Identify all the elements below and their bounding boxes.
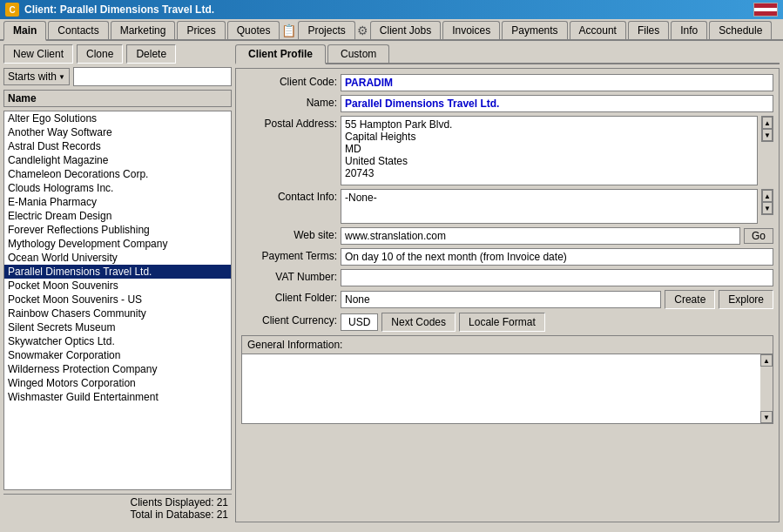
vat-number-row: VAT Number:: [241, 269, 773, 286]
list-item[interactable]: Mythology Development Company: [4, 237, 231, 251]
locale-format-button[interactable]: Locale Format: [459, 313, 545, 332]
general-info-section: General Information: ▲ ▼: [241, 335, 773, 424]
tab-projects[interactable]: Projects: [298, 21, 354, 39]
window-title: Client: Parallel Dimensions Travel Ltd.: [24, 3, 748, 16]
website-field-group: www.stranslation.com Go: [341, 227, 773, 245]
list-item[interactable]: Wishmaster Guild Entertainment: [4, 390, 231, 404]
scroll-down-icon[interactable]: ▼: [762, 129, 773, 141]
tab-schedule[interactable]: Schedule: [709, 21, 772, 39]
list-item[interactable]: Forever Reflections Publishing: [4, 223, 231, 237]
list-item[interactable]: Winged Motors Corporation: [4, 376, 231, 390]
tab-account[interactable]: Account: [570, 21, 626, 39]
scroll-down-icon[interactable]: ▼: [760, 411, 773, 423]
website-row: Web site: www.stranslation.com Go: [241, 227, 773, 245]
tab-prices[interactable]: Prices: [177, 21, 225, 39]
search-input[interactable]: [73, 67, 232, 86]
list-item[interactable]: Candlelight Magazine: [4, 153, 231, 167]
tab-main[interactable]: Main: [3, 21, 46, 41]
list-item[interactable]: Another Way Software: [4, 125, 231, 139]
new-client-button[interactable]: New Client: [3, 44, 73, 64]
total-label: Total in Database:: [131, 508, 214, 521]
currency-row-group: USD Next Codes Locale Format: [341, 313, 545, 332]
list-item[interactable]: Silent Secrets Museum: [4, 320, 231, 334]
titlebar: C Client: Parallel Dimensions Travel Ltd…: [0, 0, 783, 19]
payment-terms-label: Payment Terms:: [241, 248, 337, 262]
client-folder-value[interactable]: None: [341, 291, 661, 308]
toolbar: New Client Clone Delete: [3, 44, 232, 64]
delete-button[interactable]: Delete: [126, 44, 176, 64]
list-item[interactable]: Chameleon Decorations Corp.: [4, 167, 231, 181]
general-info-scrollbar[interactable]: ▲ ▼: [760, 354, 773, 423]
sub-tabs: Client Profile Custom: [235, 44, 780, 64]
list-item[interactable]: Wilderness Protection Company: [4, 362, 231, 376]
tab-client-jobs[interactable]: Client Jobs: [370, 21, 441, 39]
total-count: 21: [217, 508, 228, 521]
tab-invoices[interactable]: Invoices: [442, 21, 500, 39]
create-button[interactable]: Create: [665, 290, 715, 309]
payment-terms-row: Payment Terms: On day 10 of the next mon…: [241, 248, 773, 266]
general-info-header: General Information:: [242, 336, 773, 354]
folder-row-group: None Create Explore: [341, 290, 773, 309]
scroll-up-icon[interactable]: ▲: [762, 117, 773, 129]
list-item[interactable]: Alter Ego Solutions: [4, 111, 231, 125]
list-item[interactable]: E-Mania Pharmacy: [4, 195, 231, 209]
list-item[interactable]: Ocean World University: [4, 251, 231, 265]
list-item[interactable]: Astral Dust Records: [4, 139, 231, 153]
contact-info-scrollbar[interactable]: ▲ ▼: [761, 189, 773, 215]
clients-displayed-count: 21: [217, 496, 228, 508]
tab-payments[interactable]: Payments: [502, 21, 567, 39]
website-value[interactable]: www.stranslation.com: [341, 227, 740, 245]
vat-number-value[interactable]: [341, 269, 773, 286]
profile-form: Client Code: PARADIM Name: Parallel Dime…: [235, 68, 780, 522]
name-label: Name:: [241, 95, 337, 109]
menu-tabs: Main Contacts Marketing Prices Quotes 📋 …: [0, 19, 783, 41]
list-item[interactable]: Snowmaker Corporation: [4, 348, 231, 362]
main-content: New Client Clone Delete Starts with ▼ Na…: [0, 41, 783, 526]
payment-terms-value[interactable]: On day 10 of the next month (from Invoic…: [341, 248, 773, 266]
scroll-up-icon[interactable]: ▲: [762, 190, 773, 202]
postal-address-row: Postal Address: 55 Hampton Park Blvd. Ca…: [241, 116, 773, 185]
tab-quotes[interactable]: Quotes: [227, 21, 280, 39]
client-code-label: Client Code:: [241, 74, 337, 88]
explore-button[interactable]: Explore: [719, 290, 773, 309]
postal-address-label: Postal Address:: [241, 116, 337, 130]
clients-displayed-label: Clients Displayed:: [131, 496, 214, 508]
postal-address-scrollbar[interactable]: ▲ ▼: [761, 116, 773, 142]
currency-badge: USD: [341, 313, 378, 331]
scroll-down-icon[interactable]: ▼: [762, 202, 773, 214]
list-item[interactable]: Clouds Holograms Inc.: [4, 181, 231, 195]
list-item[interactable]: Pocket Moon Souvenirs: [4, 279, 231, 293]
go-button[interactable]: Go: [744, 228, 773, 244]
client-list: Alter Ego SolutionsAnother Way SoftwareA…: [3, 111, 232, 490]
client-folder-label: Client Folder:: [241, 290, 337, 304]
general-info-body[interactable]: ▲ ▼: [242, 354, 773, 423]
list-item[interactable]: Pocket Moon Souvenirs - US: [4, 293, 231, 306]
tab-marketing[interactable]: Marketing: [111, 21, 176, 39]
client-code-row: Client Code: PARADIM: [241, 74, 773, 91]
contact-info-value[interactable]: -None-: [341, 189, 758, 224]
client-folder-row: Client Folder: None Create Explore: [241, 290, 773, 309]
subtab-custom[interactable]: Custom: [327, 44, 389, 63]
filter-dropdown[interactable]: Starts with ▼: [3, 68, 70, 85]
filter-label: Starts with: [8, 71, 57, 83]
list-item[interactable]: Electric Dream Design: [4, 209, 231, 223]
app-icon: C: [5, 3, 19, 17]
scroll-up-icon[interactable]: ▲: [760, 354, 773, 367]
tab-contacts[interactable]: Contacts: [48, 21, 108, 39]
next-codes-button[interactable]: Next Codes: [381, 313, 456, 332]
flag-icon: [753, 3, 778, 17]
list-item[interactable]: Skywatcher Optics Ltd.: [4, 334, 231, 348]
left-panel: New Client Clone Delete Starts with ▼ Na…: [3, 44, 232, 522]
list-item[interactable]: Parallel Dimensions Travel Ltd.: [4, 265, 231, 279]
website-label: Web site:: [241, 227, 337, 241]
list-header: Name: [3, 90, 232, 107]
tab-files[interactable]: Files: [628, 21, 669, 39]
postal-address-value[interactable]: 55 Hampton Park Blvd. Capital Heights MD…: [341, 116, 758, 185]
tab-info[interactable]: Info: [671, 21, 707, 39]
right-panel: Client Profile Custom Client Code: PARAD…: [235, 44, 780, 522]
subtab-client-profile[interactable]: Client Profile: [235, 44, 326, 64]
list-item[interactable]: Rainbow Chasers Community: [4, 306, 231, 320]
client-currency-row: Client Currency: USD Next Codes Locale F…: [241, 313, 773, 332]
clone-button[interactable]: Clone: [77, 44, 123, 64]
name-row: Name: Parallel Dimensions Travel Ltd.: [241, 95, 773, 112]
